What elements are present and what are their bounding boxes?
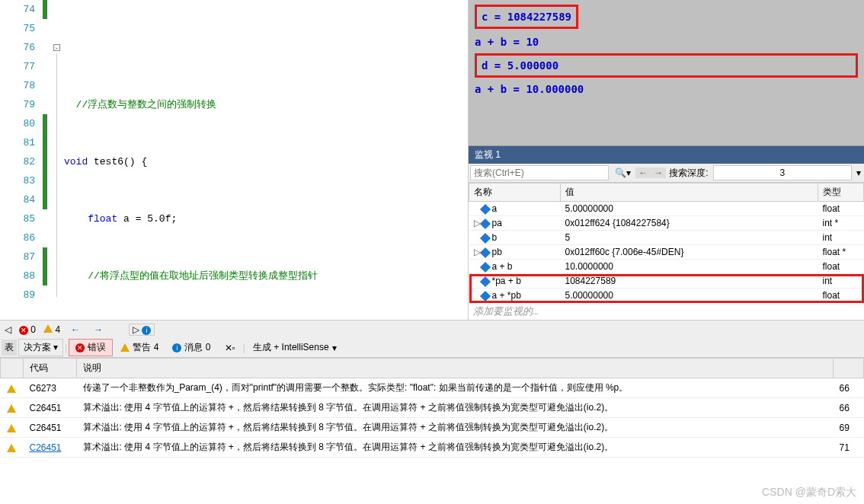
col-desc[interactable]: 说明 xyxy=(77,359,834,378)
cube-icon xyxy=(479,262,490,273)
highlight-box: d = 5.000000 xyxy=(475,53,858,78)
code-editor[interactable]: 74757677 78798081 82838485 86878889 - //… xyxy=(0,0,469,320)
search-icon[interactable]: 🔍▾ xyxy=(610,167,635,178)
error-table: 代码 说明 C6273传递了一个非整数作为_Param_(4)，而对"print… xyxy=(0,358,864,458)
warnings-filter-button[interactable]: 警告 4 xyxy=(114,340,165,356)
highlight-box: c = 1084227589 xyxy=(475,5,578,29)
error-row[interactable]: C6273传递了一个非整数作为_Param_(4)，而对"printf"的调用需… xyxy=(1,378,864,398)
warning-icon xyxy=(43,324,53,333)
watch-title: 监视 1 xyxy=(469,146,864,164)
error-list-panel: 表 决方案 ▾ | ✕错误 警告 4 i消息 0 ✕▫ | 生成 + Intel… xyxy=(0,338,864,458)
error-row[interactable]: C26451算术溢出: 使用 4 字节值上的运算符 +，然后将结果转换到 8 字… xyxy=(1,418,864,438)
build-filter-dropdown[interactable]: 生成 + IntelliSense ▾ xyxy=(247,340,343,356)
clear-filter-button[interactable]: ✕▫ xyxy=(219,341,242,355)
warning-icon xyxy=(7,384,16,393)
next-issue-icon[interactable]: → xyxy=(91,324,106,335)
next-icon[interactable]: → xyxy=(651,167,666,178)
messages-filter-button[interactable]: i消息 0 xyxy=(166,340,216,356)
errors-filter-button[interactable]: ✕错误 xyxy=(69,339,113,356)
error-icon: ✕ xyxy=(19,326,28,335)
watch-table: 名称 值 类型 a5.00000000float▷pa0x012ff624 {1… xyxy=(469,183,864,303)
col-value[interactable]: 值 xyxy=(561,183,818,202)
watch-row[interactable]: a5.00000000float xyxy=(469,202,864,216)
change-margin xyxy=(41,0,53,320)
cube-icon xyxy=(479,276,490,287)
cube-icon xyxy=(479,204,490,215)
editor-status-bar: ◁ ✕ 0 4 ← → ▷ i xyxy=(0,320,864,338)
fold-region: - xyxy=(53,0,61,320)
cube-icon xyxy=(479,219,490,229)
tab-table[interactable]: 表 xyxy=(2,340,17,356)
add-watch[interactable]: 添加要监视的… xyxy=(469,303,864,320)
scroll-left-icon[interactable]: ◁ xyxy=(5,324,11,335)
watch-row[interactable]: ▷pa0x012ff624 {1084227584}int * xyxy=(469,216,864,231)
dropdown-icon[interactable]: ▾ xyxy=(853,167,864,178)
cube-icon xyxy=(479,247,490,258)
cube-icon xyxy=(479,291,490,301)
depth-label: 搜索深度: xyxy=(666,167,711,180)
watch-panel: 监视 1 🔍▾ ← → 搜索深度: ▾ 名称 值 类型 a5.00000000f… xyxy=(469,145,864,320)
code-content[interactable]: //浮点数与整数之间的强制转换 void test6() { float a =… xyxy=(61,0,468,320)
warning-icon xyxy=(7,424,16,432)
watch-row[interactable]: ▷pb0x012ff60c {7.006e-45#DEN}float * xyxy=(469,245,864,260)
watch-row[interactable]: a + *pb5.00000000float xyxy=(469,289,864,303)
col-type[interactable]: 类型 xyxy=(818,183,864,202)
watermark: CSDN @蒙奇D索大 xyxy=(762,486,856,499)
prev-issue-icon[interactable]: ← xyxy=(68,324,83,335)
watch-row[interactable]: *pa + b1084227589int xyxy=(469,274,864,289)
fold-icon[interactable]: - xyxy=(53,44,60,51)
watch-row[interactable]: a + b10.0000000float xyxy=(469,260,864,274)
solution-dropdown[interactable]: 决方案 ▾ xyxy=(18,339,63,356)
console-output: c = 1084227589 a + b = 10 d = 5.000000 a… xyxy=(469,0,864,145)
cube-icon xyxy=(479,233,490,244)
watch-search-input[interactable] xyxy=(470,165,609,180)
line-gutter: 74757677 78798081 82838485 86878889 xyxy=(0,0,41,320)
error-row[interactable]: C26451算术溢出: 使用 4 字节值上的运算符 +，然后将结果转换到 8 字… xyxy=(1,398,864,418)
nav-marker[interactable]: ▷ i xyxy=(129,324,155,336)
col-name[interactable]: 名称 xyxy=(469,183,561,202)
col-code[interactable]: 代码 xyxy=(24,359,77,378)
prev-icon[interactable]: ← xyxy=(635,167,651,178)
warning-icon xyxy=(7,444,16,452)
error-row[interactable]: C26451算术溢出: 使用 4 字节值上的运算符 +，然后将结果转换到 8 字… xyxy=(1,438,864,458)
warning-icon xyxy=(7,404,16,413)
depth-input[interactable] xyxy=(713,165,852,180)
watch-row[interactable]: b5int xyxy=(469,231,864,245)
